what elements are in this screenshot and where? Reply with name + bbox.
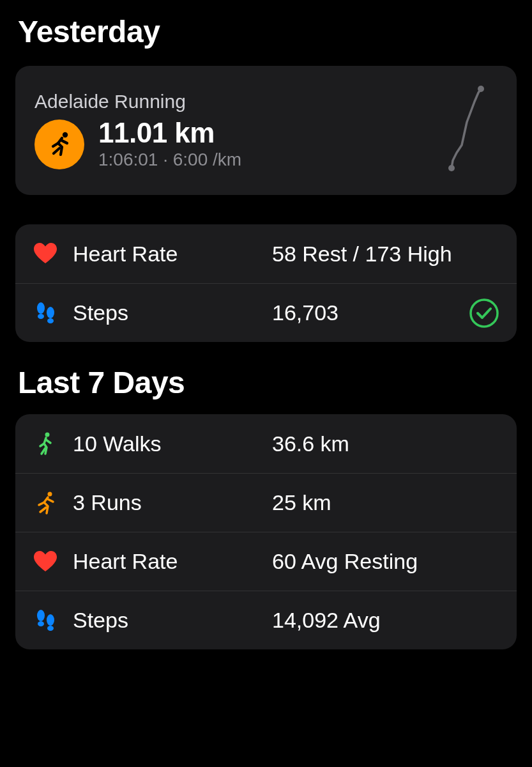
route-map-thumb (411, 82, 500, 178)
workout-stats: 11.01 km 1:06:01 · 6:00 /km (98, 119, 241, 170)
row-steps-last7[interactable]: Steps 14,092 Avg (15, 591, 517, 649)
steps-label: Steps (73, 300, 258, 325)
footsteps-icon (32, 607, 59, 634)
heart-rate-label-7d: Heart Rate (73, 549, 258, 574)
svg-point-8 (45, 433, 50, 437)
walk-icon (32, 430, 59, 457)
steps-value-7d: 14,092 Avg (272, 608, 500, 633)
yesterday-list-card: Heart Rate 58 Rest / 173 High Steps 16,7… (15, 224, 517, 342)
heart-icon (32, 240, 59, 267)
svg-point-2 (448, 165, 455, 171)
footsteps-icon (32, 300, 59, 327)
row-walks[interactable]: 10 Walks 36.6 km (15, 414, 517, 473)
svg-point-10 (37, 610, 45, 621)
svg-point-9 (48, 492, 52, 496)
workout-duration-pace: 1:06:01 · 6:00 /km (98, 150, 241, 170)
heart-rate-label: Heart Rate (73, 242, 258, 267)
svg-point-7 (471, 300, 498, 327)
last7-list-card: 10 Walks 36.6 km 3 Runs 25 km Heart Rate (15, 414, 517, 649)
section-title-yesterday: Yesterday (18, 14, 517, 49)
workout-text-col: Adelaide Running 11.01 km 1:06:01 · 6:00… (34, 91, 395, 170)
run-icon (32, 490, 59, 516)
row-trailing-empty (468, 238, 500, 270)
walks-label: 10 Walks (73, 431, 258, 456)
heart-icon (32, 548, 59, 575)
workout-body: 11.01 km 1:06:01 · 6:00 /km (34, 119, 395, 170)
svg-point-12 (47, 614, 54, 626)
steps-value: 16,703 (272, 300, 454, 325)
svg-point-6 (47, 318, 54, 323)
svg-point-4 (38, 314, 44, 319)
svg-point-3 (37, 302, 45, 314)
row-heart-rate-last7[interactable]: Heart Rate 60 Avg Resting (15, 532, 517, 591)
row-steps-yesterday[interactable]: Steps 16,703 (15, 283, 517, 342)
workout-card[interactable]: Adelaide Running 11.01 km 1:06:01 · 6:00… (15, 66, 517, 195)
runs-label: 3 Runs (73, 490, 258, 515)
workout-distance: 11.01 km (98, 119, 241, 147)
runs-value: 25 km (272, 490, 500, 515)
svg-point-0 (63, 132, 68, 137)
steps-label-7d: Steps (73, 608, 258, 633)
page-root: Yesterday Adelaide Running 11.01 km 1:06… (0, 0, 532, 649)
run-activity-icon (34, 120, 84, 169)
svg-point-1 (478, 86, 484, 92)
heart-rate-value: 58 Rest / 173 High (272, 242, 454, 267)
row-heart-rate-yesterday[interactable]: Heart Rate 58 Rest / 173 High (15, 224, 517, 283)
goal-complete-icon (468, 297, 500, 329)
section-title-last7: Last 7 Days (18, 365, 517, 400)
svg-point-13 (47, 626, 54, 631)
workout-name: Adelaide Running (34, 91, 395, 112)
svg-point-5 (47, 307, 54, 318)
row-runs[interactable]: 3 Runs 25 km (15, 473, 517, 532)
svg-point-11 (38, 621, 44, 626)
heart-rate-value-7d: 60 Avg Resting (272, 549, 500, 574)
walks-value: 36.6 km (272, 431, 500, 456)
